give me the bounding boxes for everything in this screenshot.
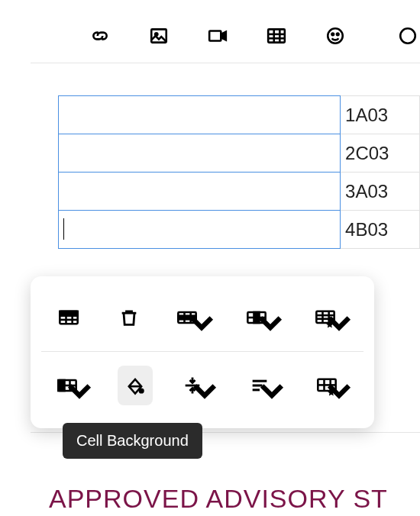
chevron-down-icon: [260, 382, 284, 404]
table-row[interactable]: 2C03: [59, 134, 420, 173]
table-row[interactable]: 3A03: [59, 173, 420, 211]
data-table[interactable]: 1A03 2C03 3A03 4B03: [58, 95, 420, 249]
text-cursor: [63, 218, 64, 240]
table-header-button[interactable]: [50, 298, 88, 337]
svg-point-9: [331, 34, 334, 36]
chevron-down-icon: [192, 382, 217, 404]
cell[interactable]: [59, 134, 341, 173]
cell-style-button[interactable]: [310, 366, 354, 405]
link-icon[interactable]: [87, 23, 112, 49]
delete-button[interactable]: [111, 298, 148, 337]
cell[interactable]: 3A03: [341, 173, 420, 211]
editor-content[interactable]: 1A03 2C03 3A03 4B03: [0, 63, 420, 249]
table-row[interactable]: 1A03: [59, 96, 420, 134]
tooltip: Cell Background: [63, 423, 202, 459]
chevron-down-icon: [189, 314, 214, 336]
chevron-down-icon: [327, 382, 351, 404]
vertical-align-button[interactable]: [176, 366, 220, 405]
active-cell[interactable]: [59, 211, 341, 249]
chevron-down-icon: [67, 382, 92, 404]
svg-point-11: [400, 28, 415, 44]
cell[interactable]: 1A03: [341, 96, 420, 134]
chevron-down-icon: [258, 314, 283, 336]
cell-split-button[interactable]: [50, 366, 95, 405]
table-icon[interactable]: [263, 23, 289, 49]
horizontal-align-button[interactable]: [243, 366, 287, 405]
more-icon[interactable]: [395, 23, 420, 49]
emoji-icon[interactable]: [322, 23, 347, 49]
svg-rect-3: [268, 29, 285, 42]
image-icon[interactable]: [146, 23, 171, 49]
popup-row-2: [31, 360, 374, 411]
svg-point-8: [328, 28, 343, 44]
document-heading[interactable]: APPROVED ADVISORY ST: [49, 484, 388, 514]
svg-rect-2: [209, 31, 221, 41]
divider: [41, 351, 363, 352]
table-tools-popup: [31, 276, 374, 428]
editor-toolbar: [31, 0, 420, 63]
insert-column-button[interactable]: [240, 298, 286, 337]
chevron-down-icon: [327, 314, 351, 336]
cell[interactable]: 2C03: [341, 134, 420, 173]
svg-point-33: [140, 389, 144, 393]
cell-background-button[interactable]: [118, 366, 153, 405]
popup-row-1: [31, 292, 374, 343]
insert-row-button[interactable]: [170, 298, 216, 337]
table-row[interactable]: 4B03: [59, 211, 420, 249]
cell[interactable]: [59, 173, 341, 211]
svg-rect-13: [60, 311, 78, 316]
table-style-button[interactable]: [309, 298, 354, 337]
cell[interactable]: [59, 96, 341, 134]
cell[interactable]: 4B03: [341, 211, 420, 249]
svg-point-10: [336, 34, 338, 36]
video-icon[interactable]: [205, 23, 230, 49]
